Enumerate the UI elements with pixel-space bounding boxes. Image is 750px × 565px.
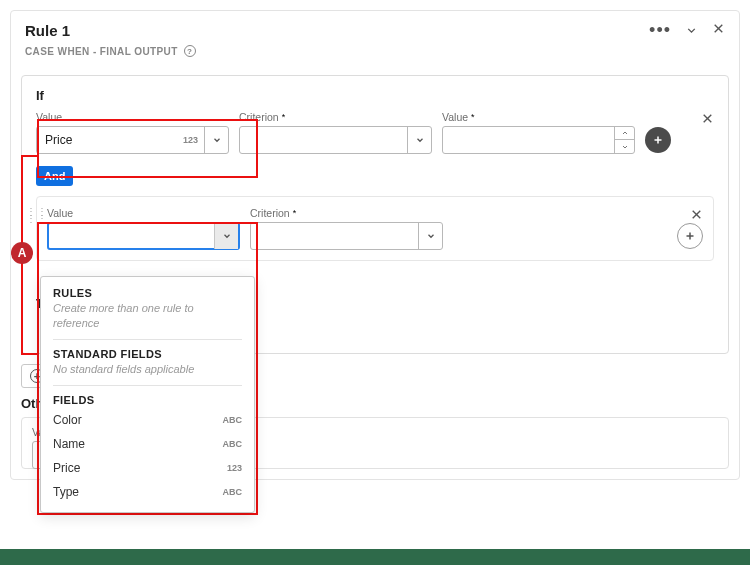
value-select[interactable]: Price 123 xyxy=(36,126,229,154)
criterion-select[interactable] xyxy=(250,222,443,250)
help-icon[interactable]: ? xyxy=(184,45,196,57)
condition-row: Value Price 123 Criterion* xyxy=(36,111,714,154)
value-select-open[interactable] xyxy=(47,222,240,250)
chevron-down-icon[interactable] xyxy=(418,223,442,249)
drag-handle-icon[interactable]: ⋮⋮⋮⋮ xyxy=(26,208,48,222)
number-stepper[interactable] xyxy=(614,127,634,153)
rule-subtitle-row: CASE WHEN - FINAL OUTPUT ? xyxy=(11,43,739,67)
value2-input[interactable] xyxy=(442,126,635,154)
rule-header: Rule 1 ••• xyxy=(11,11,739,43)
value-label: Value xyxy=(47,207,240,219)
dropdown-section-rules: RULES xyxy=(53,287,242,299)
if-title: If xyxy=(36,88,714,103)
and-operator-pill[interactable]: And xyxy=(36,166,73,186)
dropdown-standard-note: No standard fields applicable xyxy=(53,362,242,377)
criterion-label: Criterion* xyxy=(250,207,443,219)
condition-row: Value Criterion* xyxy=(47,207,703,250)
rule-header-actions: ••• xyxy=(649,21,725,39)
stepper-down-icon[interactable] xyxy=(615,140,634,153)
dropdown-section-standard: STANDARD FIELDS xyxy=(53,348,242,360)
value-label: Value xyxy=(36,111,229,123)
remove-condition-icon[interactable] xyxy=(690,207,703,225)
close-icon[interactable] xyxy=(712,21,725,39)
criterion-column: Criterion* xyxy=(239,111,432,154)
dropdown-item-type[interactable]: TypeABC xyxy=(53,480,242,504)
value2-column: Value* xyxy=(442,111,635,154)
collapse-icon[interactable] xyxy=(685,24,698,37)
dropdown-item-color[interactable]: ColorABC xyxy=(53,408,242,432)
criterion-column: Criterion* xyxy=(250,207,443,250)
value-select-text: Price xyxy=(37,133,183,147)
add-condition-button[interactable] xyxy=(677,223,703,249)
value-dropdown-menu[interactable]: RULES Create more than one rule to refer… xyxy=(40,276,255,513)
chevron-down-icon[interactable] xyxy=(204,127,228,153)
condition-group: ⋮⋮⋮⋮ Value xyxy=(36,196,714,261)
dropdown-rules-note: Create more than one rule to reference xyxy=(53,301,242,331)
stepper-up-icon[interactable] xyxy=(615,127,634,140)
value-column: Value Price 123 xyxy=(36,111,229,154)
dropdown-section-fields: FIELDS xyxy=(53,394,242,406)
value-type-badge: 123 xyxy=(183,135,204,145)
add-condition-button[interactable] xyxy=(645,127,671,153)
rule-title: Rule 1 xyxy=(25,22,649,39)
chevron-down-icon[interactable] xyxy=(214,223,238,249)
criterion-select[interactable] xyxy=(239,126,432,154)
annotation-marker-a: A xyxy=(11,242,33,264)
value2-label: Value* xyxy=(442,111,635,123)
value-column: Value xyxy=(47,207,240,250)
remove-condition-icon[interactable] xyxy=(701,111,714,129)
criterion-label: Criterion* xyxy=(239,111,432,123)
more-icon[interactable]: ••• xyxy=(649,21,671,39)
dropdown-item-price[interactable]: Price123 xyxy=(53,456,242,480)
footer-bar xyxy=(0,549,750,565)
chevron-down-icon[interactable] xyxy=(407,127,431,153)
rule-subtitle: CASE WHEN - FINAL OUTPUT xyxy=(25,46,178,57)
dropdown-item-name[interactable]: NameABC xyxy=(53,432,242,456)
